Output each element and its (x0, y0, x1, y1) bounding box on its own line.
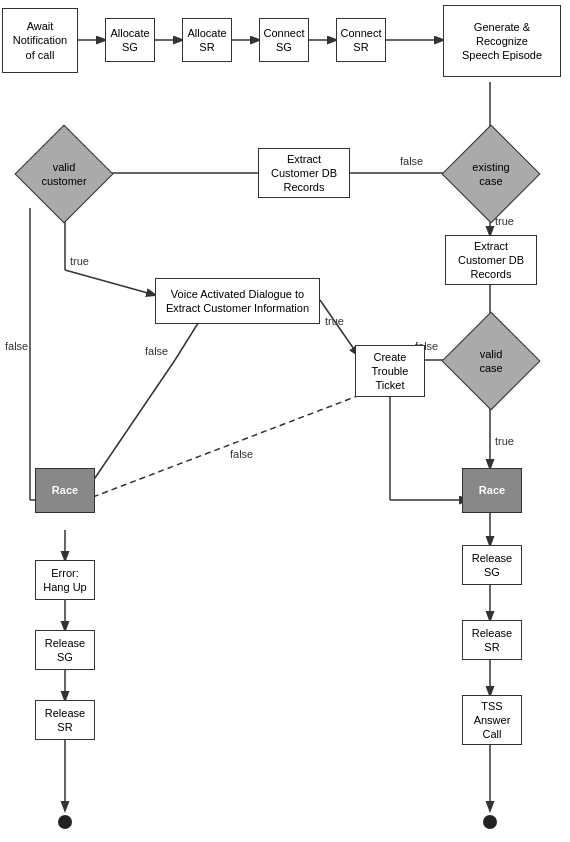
generate-label: Generate &RecognizeSpeech Episode (462, 20, 542, 63)
svg-text:true: true (495, 435, 514, 447)
create-ticket-box: CreateTroubleTicket (355, 345, 425, 397)
allocate-sg-label: AllocateSG (110, 26, 149, 55)
await-label: AwaitNotificationof call (13, 19, 67, 62)
svg-line-17 (85, 395, 360, 500)
svg-text:false: false (5, 340, 28, 352)
svg-text:true: true (495, 215, 514, 227)
svg-text:false: false (145, 345, 168, 357)
valid-case-diamond: validcase (455, 325, 527, 397)
error-hangup-box: Error:Hang Up (35, 560, 95, 600)
svg-line-11 (65, 270, 155, 295)
release-sr-right-box: ReleaseSR (462, 620, 522, 660)
release-sr-right-label: ReleaseSR (472, 626, 512, 655)
release-sr-left-label: ReleaseSR (45, 706, 85, 735)
race-right-label: Race (479, 483, 505, 497)
race-left-box: Race (35, 468, 95, 513)
tss-answer-box: TSSAnswerCall (462, 695, 522, 745)
race-right-box: Race (462, 468, 522, 513)
extract-db2-label: ExtractCustomer DBRecords (458, 239, 524, 282)
connect-sg-label: ConnectSG (264, 26, 305, 55)
extract-db1-box: ExtractCustomer DBRecords (258, 148, 350, 198)
valid-customer-label: validcustomer (41, 160, 86, 189)
release-sr-left-box: ReleaseSR (35, 700, 95, 740)
allocate-sr-box: AllocateSR (182, 18, 232, 62)
allocate-sg-box: AllocateSG (105, 18, 155, 62)
release-sg-right-box: ReleaseSG (462, 545, 522, 585)
voice-dialogue-label: Voice Activated Dialogue toExtract Custo… (166, 287, 309, 316)
voice-dialogue-box: Voice Activated Dialogue toExtract Custo… (155, 278, 320, 324)
create-ticket-label: CreateTroubleTicket (372, 350, 409, 393)
svg-line-15 (175, 320, 200, 360)
existing-case-diamond: existingcase (455, 138, 527, 210)
error-hangup-label: Error:Hang Up (43, 566, 86, 595)
svg-line-14 (320, 300, 358, 355)
valid-case-label: validcase (479, 347, 502, 376)
flowchart: false true true false true false false f… (0, 0, 570, 842)
release-sg-left-box: ReleaseSG (35, 630, 95, 670)
valid-customer-diamond: validcustomer (28, 138, 100, 210)
generate-box: Generate &RecognizeSpeech Episode (443, 5, 561, 77)
svg-text:false: false (230, 448, 253, 460)
terminal-dot-left (58, 815, 72, 829)
connect-sg-box: ConnectSG (259, 18, 309, 62)
terminal-dot-right (483, 815, 497, 829)
svg-text:true: true (325, 315, 344, 327)
allocate-sr-label: AllocateSR (187, 26, 226, 55)
await-notification-box: AwaitNotificationof call (2, 8, 78, 73)
svg-text:false: false (400, 155, 423, 167)
extract-db2-box: ExtractCustomer DBRecords (445, 235, 537, 285)
release-sg-right-label: ReleaseSG (472, 551, 512, 580)
connect-sr-label: ConnectSR (341, 26, 382, 55)
tss-answer-label: TSSAnswerCall (474, 699, 511, 742)
svg-text:true: true (70, 255, 89, 267)
existing-case-label: existingcase (472, 160, 509, 189)
extract-db1-label: ExtractCustomer DBRecords (271, 152, 337, 195)
race-left-label: Race (52, 483, 78, 497)
release-sg-left-label: ReleaseSG (45, 636, 85, 665)
connect-sr-box: ConnectSR (336, 18, 386, 62)
